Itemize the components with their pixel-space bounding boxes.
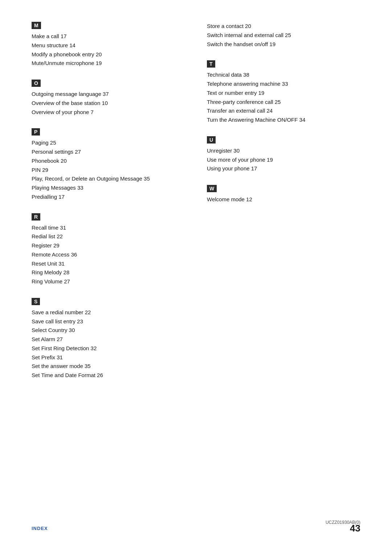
list-item: Technical data 38	[207, 70, 360, 80]
list-item: Playing Messages 33	[32, 183, 185, 193]
list-item: Recall time 31	[32, 223, 185, 232]
section-r: R Recall time 31 Redial list 22 Register…	[32, 213, 185, 286]
list-item: Outgoing message language 37	[32, 90, 185, 99]
list-item: Set the answer mode 35	[32, 362, 185, 371]
list-item: Set First Ring Detection 32	[32, 344, 185, 353]
list-item: Register 29	[32, 241, 185, 250]
section-header-r: R	[32, 213, 40, 221]
list-item: Switch internal and external call 25	[207, 31, 360, 40]
list-item: Ring Volume 27	[32, 277, 185, 286]
section-o: O Outgoing message language 37 Overview …	[32, 80, 185, 117]
section-s-items: Save a redial number 22 Save call list e…	[32, 308, 185, 380]
list-item: Use more of your phone 19	[207, 155, 360, 165]
list-item: Select Country 30	[32, 326, 185, 335]
list-item: Menu structure 14	[32, 41, 185, 50]
page-footer: INDEX 43	[0, 523, 392, 534]
section-t-items: Technical data 38 Telephone answering ma…	[207, 70, 360, 125]
section-u-items: Unregister 30 Use more of your phone 19 …	[207, 146, 360, 173]
list-item: Switch the handset on/off 19	[207, 40, 360, 49]
section-m-items: Make a call 17 Menu structure 14 Modify …	[32, 32, 185, 68]
list-item: Save call list entry 23	[32, 317, 185, 326]
list-item: Paging 25	[32, 138, 185, 147]
list-item: Welcome mode 12	[207, 195, 360, 204]
list-item: Three-party conference call 25	[207, 98, 360, 107]
list-item: Remote Access 36	[32, 250, 185, 259]
list-item: Overview of your phone 7	[32, 108, 185, 117]
list-item: Predialling 17	[32, 193, 185, 202]
right-column: Store a contact 20 Switch internal and e…	[207, 22, 360, 392]
list-item: Reset Unit 31	[32, 259, 185, 268]
section-t: T Technical data 38 Telephone answering …	[207, 60, 360, 125]
list-item: Make a call 17	[32, 32, 185, 41]
section-header-t: T	[207, 60, 215, 68]
section-p: P Paging 25 Personal settings 27 Phonebo…	[32, 128, 185, 201]
section-header-m: M	[32, 22, 41, 29]
list-item: Overview of the base station 10	[32, 99, 185, 108]
list-item: Ring Melody 28	[32, 268, 185, 277]
section-p-items: Paging 25 Personal settings 27 Phonebook…	[32, 138, 185, 201]
section-m: M Make a call 17 Menu structure 14 Modif…	[32, 22, 185, 68]
list-item: Store a contact 20	[207, 22, 360, 31]
section-u: U Unregister 30 Use more of your phone 1…	[207, 136, 360, 173]
list-item: Using your phone 17	[207, 164, 360, 173]
list-item: PIN 29	[32, 166, 185, 175]
section-header-p: P	[32, 128, 40, 136]
content-columns: M Make a call 17 Menu structure 14 Modif…	[32, 22, 360, 392]
list-item: Unregister 30	[207, 146, 360, 155]
list-item: Telephone answering machine 33	[207, 80, 360, 89]
list-item: Text or number entry 19	[207, 89, 360, 98]
page: M Make a call 17 Menu structure 14 Modif…	[0, 0, 392, 554]
section-o-items: Outgoing message language 37 Overview of…	[32, 90, 185, 117]
list-item: Mute/Unmute microphone 19	[32, 59, 185, 68]
section-s-cont-items: Store a contact 20 Switch internal and e…	[207, 22, 360, 49]
section-header-w: W	[207, 185, 217, 192]
list-item: Save a redial number 22	[32, 308, 185, 317]
section-header-s: S	[32, 298, 40, 305]
section-header-u: U	[207, 136, 216, 143]
list-item: Set Time and Date Format 26	[32, 371, 185, 380]
left-column: M Make a call 17 Menu structure 14 Modif…	[32, 22, 185, 392]
list-item: Modify a phonebook entry 20	[32, 50, 185, 59]
section-r-items: Recall time 31 Redial list 22 Register 2…	[32, 223, 185, 286]
section-header-o: O	[32, 80, 41, 87]
section-s: S Save a redial number 22 Save call list…	[32, 298, 185, 380]
section-w-items: Welcome mode 12	[207, 195, 360, 204]
list-item: Phonebook 20	[32, 157, 185, 166]
list-item: Play, Record, or Delete an Outgoing Mess…	[32, 174, 185, 183]
list-item: Set Alarm 27	[32, 335, 185, 344]
footer-index-label: INDEX	[32, 526, 48, 531]
list-item: Set Prefix 31	[32, 353, 185, 362]
list-item: Redial list 22	[32, 232, 185, 241]
section-s-cont: Store a contact 20 Switch internal and e…	[207, 22, 360, 49]
list-item: Transfer an external call 24	[207, 106, 360, 116]
list-item: Personal settings 27	[32, 147, 185, 157]
list-item: Turn the Answering Machine ON/OFF 34	[207, 116, 360, 125]
section-w: W Welcome mode 12	[207, 185, 360, 204]
footer-page-number: 43	[350, 523, 360, 534]
